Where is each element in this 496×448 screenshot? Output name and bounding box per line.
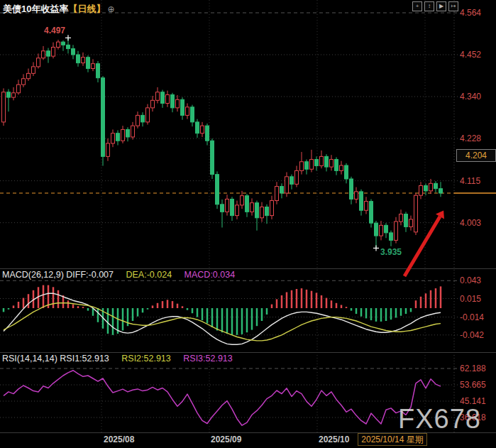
rsi3-value: RSI3:52.913 <box>183 354 233 364</box>
macd-legend: MACD(26,12,9) DIFF:-0.007 DEA:-0.024 MAC… <box>2 270 235 280</box>
macd-dea-value: DEA:-0.024 <box>126 270 172 280</box>
macd-diff-value: MACD(26,12,9) DIFF:-0.007 <box>2 270 114 280</box>
axis-play-icon[interactable]: ▶ <box>436 1 446 11</box>
rsi1-value: RSI(14,14,14) RSI1:52.913 <box>2 354 109 364</box>
chart-toolbar: + ↕ ▶ ↦ <box>412 1 458 11</box>
month-tick-label: 2025/09 <box>211 435 241 444</box>
chart-window: 美债10年收益率【日线】⊕ + ↕ ▶ ↦ 4.204 MACD(26,12,9… <box>0 0 496 448</box>
month-tick-label: 2025/10 <box>319 435 349 444</box>
instrument-name: 美债10年收益率 <box>3 4 68 14</box>
price-tick-label: 4.115 <box>460 176 480 186</box>
price-tick-label: 4.564 <box>460 8 481 18</box>
chart-canvas[interactable] <box>0 0 496 448</box>
price-tick-label: 4.340 <box>460 92 481 102</box>
rsi-tick-label: 62.188 <box>460 364 486 373</box>
price-tick-label: 4.452 <box>460 50 481 60</box>
crosshair-icon[interactable]: + <box>412 1 422 11</box>
fx678-watermark: FX678 <box>398 404 481 435</box>
rsi-legend: RSI(14,14,14) RSI1:52.913 RSI2:52.913 RS… <box>2 354 233 364</box>
price-tick-label: 4.003 <box>460 218 481 228</box>
month-tick-label: 2025/08 <box>104 435 134 444</box>
price-tick-label: 4.228 <box>460 133 481 143</box>
rsi-tick-label: 53.665 <box>460 380 486 390</box>
timeframe-label: 【日线】 <box>68 4 105 14</box>
macd-macd-value: MACD:0.034 <box>184 270 236 280</box>
high-price-annotation: 4.497 <box>44 26 65 35</box>
low-price-annotation: 3.935 <box>380 247 402 257</box>
rsi2-value: RSI2:52.913 <box>121 354 171 364</box>
candles <box>2 38 443 248</box>
macd-tick-label: 0.043 <box>460 275 481 285</box>
axis-scale-icon[interactable]: ↕ <box>424 1 434 11</box>
price-highlight-badge: 4.204 <box>456 149 496 162</box>
latest-date-badge: 2025/10/14 星期二 <box>358 433 427 446</box>
pan-right-icon[interactable]: ↦ <box>448 1 458 11</box>
chart-title: 美债10年收益率【日线】⊕ <box>3 3 115 16</box>
macd-tick-label: -0.042 <box>460 330 484 340</box>
macd-tick-label: -0.014 <box>460 312 484 322</box>
add-indicator-icon[interactable]: ⊕ <box>107 4 114 14</box>
macd-tick-label: 0.015 <box>460 294 481 304</box>
